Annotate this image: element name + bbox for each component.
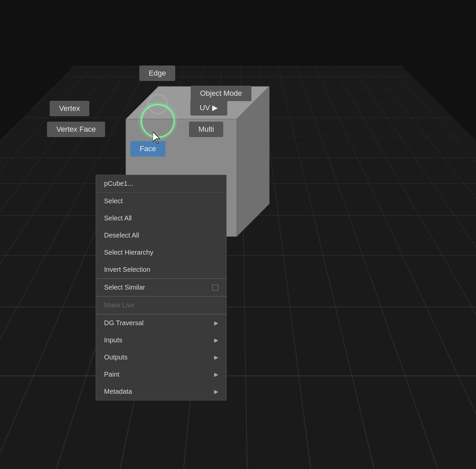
multi-button[interactable]: Multi: [189, 122, 223, 137]
menu-item-invert-selection[interactable]: Invert Selection: [96, 261, 226, 279]
menu-item-select-similar[interactable]: Select Similar: [96, 279, 226, 296]
vertex-button[interactable]: Vertex: [50, 101, 89, 116]
menu-item-inputs[interactable]: Inputs ▶: [96, 332, 226, 349]
object-mode-button[interactable]: Object Mode: [191, 86, 251, 101]
outputs-arrow: ▶: [214, 354, 218, 360]
metadata-arrow: ▶: [214, 388, 218, 395]
dg-traversal-arrow: ▶: [214, 320, 218, 326]
paint-arrow: ▶: [214, 371, 218, 378]
menu-item-dg-traversal[interactable]: DG Traversal ▶: [96, 314, 226, 332]
select-similar-checkbox[interactable]: [212, 285, 218, 291]
menu-item-pcube1[interactable]: pCube1...: [96, 175, 226, 192]
menu-item-make-live: Make Live: [96, 296, 226, 314]
menu-item-select-all[interactable]: Select All: [96, 210, 226, 227]
menu-item-select-hierarchy[interactable]: Select Hierarchy: [96, 244, 226, 261]
vertex-indicator-glow: [141, 104, 175, 138]
edge-button[interactable]: Edge: [139, 66, 175, 81]
inputs-arrow: ▶: [214, 337, 218, 343]
menu-item-outputs[interactable]: Outputs ▶: [96, 349, 226, 366]
menu-item-select[interactable]: Select: [96, 193, 226, 210]
uv-button[interactable]: UV ▶: [190, 100, 227, 116]
context-menu: pCube1... Select Select All Deselect All…: [96, 175, 227, 400]
vertex-face-button[interactable]: Vertex Face: [47, 122, 105, 137]
menu-item-paint[interactable]: Paint ▶: [96, 366, 226, 383]
menu-item-metadata[interactable]: Metadata ▶: [96, 383, 226, 400]
menu-item-deselect-all[interactable]: Deselect All: [96, 227, 226, 244]
face-button[interactable]: Face: [130, 141, 165, 157]
